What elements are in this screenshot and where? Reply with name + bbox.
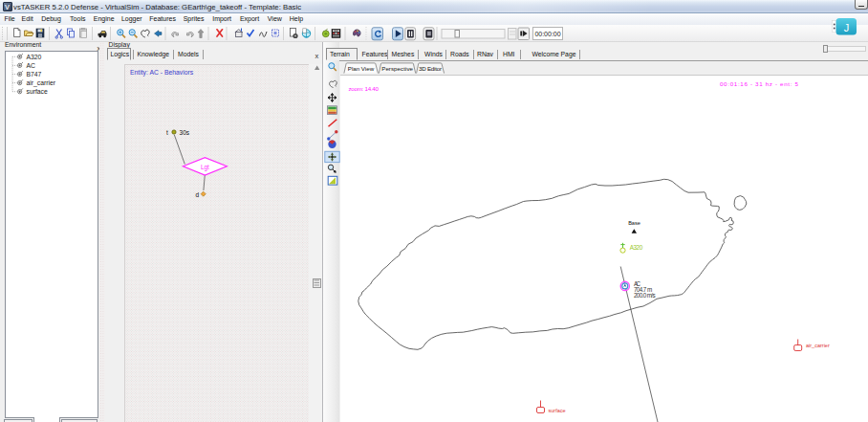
svg-text:air_carrier: air_carrier bbox=[806, 343, 830, 348]
svg-text:00:01:16 - 31 hz - ent: 5: 00:01:16 - 31 hz - ent: 5 bbox=[720, 80, 799, 87]
svg-text:00:00:00: 00:00:00 bbox=[534, 31, 560, 37]
svg-text:surface: surface bbox=[549, 408, 566, 413]
svg-text:Plan View: Plan View bbox=[348, 65, 375, 72]
svg-text:200.0 m/s: 200.0 m/s bbox=[634, 292, 656, 299]
svg-text:A320: A320 bbox=[630, 244, 643, 251]
svg-text:t: t bbox=[166, 129, 168, 136]
svg-text:Lgt: Lgt bbox=[201, 164, 209, 171]
svg-text:d: d bbox=[196, 191, 200, 198]
svg-text:J: J bbox=[844, 22, 850, 33]
svg-text:3D Editor: 3D Editor bbox=[419, 65, 442, 72]
svg-text:30s: 30s bbox=[180, 129, 190, 136]
svg-text:zoom: 14.40: zoom: 14.40 bbox=[349, 85, 380, 92]
svg-text:Base: Base bbox=[628, 220, 640, 226]
svg-text:Perspective: Perspective bbox=[381, 65, 413, 72]
